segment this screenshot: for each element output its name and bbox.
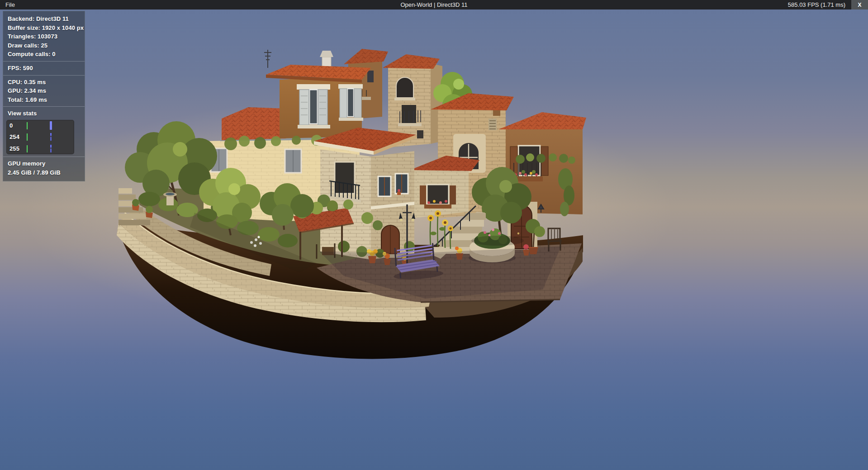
shuttered-window (420, 185, 456, 209)
gpu-memory-title: GPU memory (3, 159, 85, 168)
shuttered-window (338, 84, 363, 121)
titlebar-right: 585.03 FPS (1.71 ms) X (788, 0, 868, 9)
stat-draw-calls: Draw calls: 25 (3, 41, 85, 50)
view-stats-row: 0 (6, 120, 74, 131)
view-stats-row: 254 (6, 131, 74, 142)
view-stats-row-label: 255 (6, 143, 23, 154)
shuttered-window (297, 84, 330, 128)
window-title: Open-World | Direct3D 11 (0, 1, 868, 8)
menu-file[interactable]: File (0, 0, 20, 9)
divider (3, 75, 85, 76)
view-stats-chart: 0 254 255 (6, 120, 74, 154)
fps-readout: 585.03 FPS (1.71 ms) (788, 1, 845, 8)
green-marker (27, 133, 28, 141)
stat-total-time: Total: 1.69 ms (3, 95, 85, 104)
window (378, 176, 391, 196)
shuttered-window (285, 149, 301, 173)
title-bar: File Open-World | Direct3D 11 585.03 FPS… (0, 0, 868, 9)
divider (3, 157, 85, 157)
stat-backend: Backend: Direct3D 11 (3, 14, 85, 24)
green-marker (27, 122, 28, 129)
view-stats-row-label: 0 (6, 120, 23, 131)
view-stats-row: 255 (6, 143, 74, 154)
stat-cpu-time: CPU: 0.35 ms (3, 78, 85, 87)
view-stats-row-label: 254 (6, 131, 23, 142)
scene-canvas (0, 0, 868, 470)
green-marker (27, 145, 28, 152)
stats-overlay-panel: Backend: Direct3D 11 Buffer size: 1920 x… (3, 11, 85, 181)
view-stats-title: View stats (3, 109, 85, 118)
purple-marker (50, 121, 52, 130)
close-button[interactable]: X (851, 0, 868, 9)
stat-buffer-size: Buffer size: 1920 x 1040 px (3, 24, 85, 33)
stat-triangles: Triangles: 103073 (3, 32, 85, 41)
window (395, 174, 408, 195)
stat-gpu-time: GPU: 2.34 ms (3, 86, 85, 95)
divider (3, 106, 85, 107)
divider (3, 61, 85, 62)
render-viewport[interactable] (0, 0, 868, 470)
stat-compute-calls: Compute calls: 0 (3, 50, 85, 59)
stat-fps: FPS: 590 (3, 64, 85, 73)
purple-marker (50, 145, 52, 152)
purple-marker (50, 133, 52, 141)
gpu-memory-value: 2.45 GiB / 7.89 GiB (3, 168, 85, 177)
